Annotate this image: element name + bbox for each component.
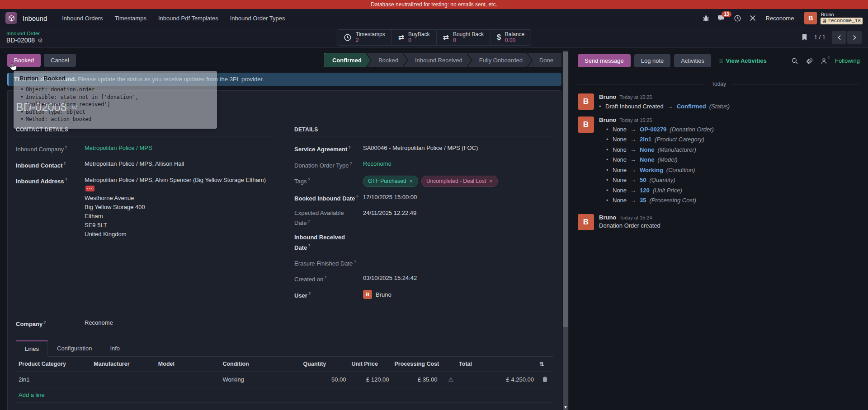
- col-unit-price[interactable]: Unit Price: [349, 357, 392, 372]
- arrow-right-icon: →: [630, 146, 636, 153]
- avatar[interactable]: B: [578, 93, 594, 110]
- stat-button-bought-back[interactable]: ⇄ Bought Back 0: [436, 30, 490, 45]
- booked-inbound-date-value[interactable]: 17/10/2025 15:00:00: [363, 193, 417, 203]
- table-row[interactable]: 2in1 Working 50.00 £ 120.00 £ 35.00⚠ £ 4…: [16, 372, 553, 387]
- status-step-booked[interactable]: Booked: [367, 53, 407, 67]
- user-menu[interactable]: B Bruno reconome_18: [804, 12, 863, 24]
- stat-button-buyback[interactable]: ⇄ BuyBack 0: [392, 30, 436, 45]
- user-field-value[interactable]: B Bruno: [363, 289, 392, 299]
- col-quantity[interactable]: Quantity: [301, 357, 349, 372]
- message-author[interactable]: Bruno: [599, 214, 616, 221]
- donation-order-type-value[interactable]: Reconome: [363, 159, 392, 169]
- inbound-address-value[interactable]: Metropolitan Police / MPS, Alvin Spencer…: [85, 176, 274, 239]
- cell-unit-price[interactable]: £ 120.00: [349, 372, 392, 387]
- delete-row-button[interactable]: [537, 372, 553, 387]
- dollar-icon: $: [497, 33, 501, 42]
- company-value[interactable]: Reconome: [85, 318, 113, 328]
- arrow-right-icon: →: [630, 136, 636, 143]
- attachments-icon[interactable]: [806, 57, 813, 65]
- app-name[interactable]: Inbound: [23, 14, 47, 22]
- inbound-company-label: Inbound Company: [16, 144, 85, 154]
- inbound-contact-value[interactable]: Metropolitan Police / MPS, Allison Hall: [85, 159, 184, 169]
- tag-remove-icon[interactable]: ✕: [489, 177, 493, 186]
- col-total[interactable]: Total: [456, 357, 537, 372]
- internal-link-icon[interactable]: ···: [85, 186, 94, 191]
- view-activities-link[interactable]: ≡ View Activities: [719, 57, 767, 65]
- cell-product-category[interactable]: 2in1: [16, 372, 91, 387]
- following-toggle[interactable]: Following: [835, 57, 860, 64]
- bookmark-icon[interactable]: [801, 33, 808, 41]
- tab-info[interactable]: Info: [101, 340, 129, 357]
- nav-item-inbound-order-types[interactable]: Inbound Order Types: [225, 12, 290, 24]
- log-note-button[interactable]: Log note: [634, 54, 671, 67]
- clock-icon[interactable]: [734, 14, 741, 22]
- activities-button[interactable]: Activities: [674, 54, 711, 67]
- bug-icon[interactable]: [702, 14, 710, 22]
- avatar[interactable]: B: [578, 214, 594, 230]
- col-condition[interactable]: Condition: [220, 357, 300, 372]
- inbound-received-date-label: Inbound Received Date: [294, 233, 363, 252]
- pager-previous-button[interactable]: [832, 31, 846, 44]
- service-agreement-value[interactable]: SA00046 - Metropolitan Police / MPS (FOC…: [363, 144, 478, 154]
- pager-counter: 1 / 1: [814, 34, 826, 41]
- add-a-line-button[interactable]: Add a line: [16, 387, 553, 402]
- contact-details-section: CONTACT DETAILS Inbound Company Metropol…: [16, 126, 274, 306]
- nav-item-inbound-orders[interactable]: Inbound Orders: [57, 12, 108, 24]
- cell-quantity[interactable]: 50.00: [301, 372, 349, 387]
- stat-button-timestamps[interactable]: Timestamps 2: [337, 30, 392, 45]
- breadcrumb-inbound-order[interactable]: Inbound Order: [6, 31, 43, 36]
- messages-icon[interactable]: 13: [717, 14, 726, 22]
- pager-next-button[interactable]: [847, 31, 862, 44]
- avatar[interactable]: B: [578, 116, 594, 133]
- scrollbar-thumb[interactable]: [563, 51, 568, 327]
- inbound-company-value[interactable]: Metropolitan Police / MPS: [85, 144, 152, 154]
- followers-icon[interactable]: 1: [821, 57, 827, 65]
- company-switcher[interactable]: Reconome: [766, 15, 794, 22]
- cell-processing-cost[interactable]: £ 35.00⚠: [392, 372, 457, 387]
- optional-columns-icon[interactable]: ⇅: [537, 357, 553, 372]
- status-step-inbound-received[interactable]: Inbound Received: [403, 53, 472, 67]
- status-step-fully-onboarded[interactable]: Fully Onboarded: [467, 53, 532, 67]
- created-on-label: Created on: [294, 274, 363, 284]
- record-settings-gear-icon[interactable]: ⚙: [38, 37, 43, 44]
- stat-button-balance[interactable]: $ Balance 0.00: [490, 30, 531, 45]
- cell-condition[interactable]: Working: [220, 372, 300, 387]
- user-avatar: B: [363, 290, 372, 299]
- cell-manufacturer[interactable]: [91, 372, 156, 387]
- tab-configuration[interactable]: Configuration: [48, 340, 101, 357]
- tracking-change: Draft Inbound Created→Confirmed(Status): [599, 102, 730, 112]
- nav-item-inbound-pdf-templates[interactable]: Inbound Pdf Templates: [153, 12, 223, 24]
- tag-gtf-purchased[interactable]: GTF Purchased✕: [363, 176, 418, 187]
- cell-model[interactable]: [156, 372, 220, 387]
- tracking-change: None→50(Quantity): [606, 175, 714, 186]
- form-scrollbar[interactable]: ▾: [562, 50, 569, 410]
- status-step-confirmed[interactable]: Confirmed: [324, 53, 371, 67]
- user-avatar: B: [804, 12, 817, 24]
- send-message-button[interactable]: Send message: [578, 54, 631, 67]
- chatter-message: B Bruno Today at 15:24 Donation Order cr…: [578, 214, 860, 230]
- nav-item-timestamps[interactable]: Timestamps: [110, 12, 151, 24]
- message-author[interactable]: Bruno: [599, 93, 616, 100]
- tag-remove-icon[interactable]: ✕: [409, 177, 413, 186]
- col-processing-cost[interactable]: Processing Cost: [392, 357, 457, 372]
- expected-available-date-value[interactable]: 24/11/2025 12:22:49: [363, 209, 416, 227]
- cube-icon: [8, 14, 15, 22]
- status-step-done[interactable]: Done: [528, 53, 561, 67]
- debug-tools-icon[interactable]: [749, 14, 756, 22]
- col-model[interactable]: Model: [156, 357, 220, 372]
- tooltip-title: Button : Booked: [19, 75, 211, 82]
- scrollbar-track[interactable]: [563, 327, 568, 410]
- tracking-change: None→35(Processing Cost): [606, 196, 714, 206]
- tag-uncompleted-deal-lost[interactable]: Uncompleted - Deal Lost✕: [421, 176, 498, 187]
- follower-count: 1: [828, 56, 830, 60]
- search-messages-icon[interactable]: [791, 57, 798, 65]
- col-manufacturer[interactable]: Manufacturer: [91, 357, 156, 372]
- message-author[interactable]: Bruno: [599, 116, 616, 123]
- tracking-change: None→2in1(Product Category): [606, 135, 714, 145]
- apps-menu-button[interactable]: [5, 12, 17, 24]
- database-icon: [822, 19, 826, 23]
- col-product-category[interactable]: Product Category: [16, 357, 91, 372]
- details-heading: DETAILS: [294, 126, 553, 136]
- cancel-button[interactable]: Cancel: [44, 54, 75, 67]
- tab-lines[interactable]: Lines: [16, 340, 48, 357]
